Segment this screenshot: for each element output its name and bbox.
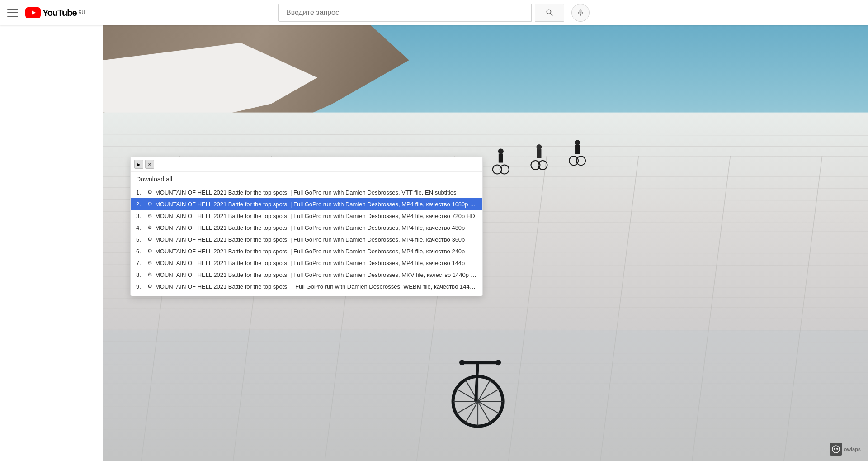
search-button[interactable] [535,4,564,22]
item-title: MOUNTAIN OF HELL 2021 Battle for the top… [155,224,477,231]
download-list-item[interactable]: 4. ⚙ MOUNTAIN OF HELL 2021 Battle for th… [131,222,482,233]
panel-title: Download all [131,172,482,186]
item-title: MOUNTAIN OF HELL 2021 Battle for the top… [155,213,477,219]
item-title: MOUNTAIN OF HELL 2021 Battle for the top… [155,260,477,266]
header-left: YouTube RU [7,7,116,18]
owlaps-logo-icon [831,445,840,454]
download-list-item[interactable]: 8. ⚙ MOUNTAIN OF HELL 2021 Battle for th… [131,269,482,280]
svg-point-2 [832,446,840,453]
download-list-item[interactable]: 3. ⚙ MOUNTAIN OF HELL 2021 Battle for th… [131,210,482,222]
download-list-item[interactable]: 6. ⚙ MOUNTAIN OF HELL 2021 Battle for th… [131,245,482,257]
search-input[interactable] [279,4,531,21]
sidebar [0,25,103,461]
header: YouTube RU [0,0,868,25]
item-gear-icon: ⚙ [146,189,153,196]
download-list-item[interactable]: 5. ⚙ MOUNTAIN OF HELL 2021 Battle for th… [131,233,482,245]
item-number: 5. [136,236,146,243]
panel-play-icon[interactable]: ▶ [134,160,143,169]
mic-icon [576,9,585,17]
download-panel: ▶ ✕ Download all 1. ⚙ MOUNTAIN OF HELL 2… [130,157,483,296]
item-title: MOUNTAIN OF HELL 2021 Battle for the top… [155,283,477,290]
hamburger-menu-icon[interactable] [7,7,18,18]
watermark: owlaps [830,443,861,456]
item-gear-icon: ⚙ [146,200,153,208]
item-number: 7. [136,260,146,266]
item-title: MOUNTAIN OF HELL 2021 Battle for the top… [155,248,477,255]
youtube-icon [25,7,41,18]
item-number: 4. [136,224,146,231]
panel-close-icon[interactable]: ✕ [145,160,154,169]
download-list-item[interactable]: 7. ⚙ MOUNTAIN OF HELL 2021 Battle for th… [131,257,482,269]
item-gear-icon: ⚙ [146,247,153,255]
item-number: 3. [136,213,146,219]
item-gear-icon: ⚙ [146,236,153,243]
item-number: 1. [136,189,146,196]
youtube-wordmark: YouTube [42,8,77,18]
item-title: MOUNTAIN OF HELL 2021 Battle for the top… [155,201,477,208]
download-list-item[interactable]: 9. ⚙ MOUNTAIN OF HELL 2021 Battle for th… [131,280,482,292]
youtube-region: RU [79,10,85,15]
download-list: 1. ⚙ MOUNTAIN OF HELL 2021 Battle for th… [131,186,482,292]
watermark-text: owlaps [844,447,861,452]
svg-point-4 [836,448,838,450]
mic-button[interactable] [571,4,590,22]
header-center [116,4,752,22]
item-number: 8. [136,271,146,278]
item-title: MOUNTAIN OF HELL 2021 Battle for the top… [155,236,477,243]
item-title: MOUNTAIN OF HELL 2021 Battle for the top… [155,271,477,278]
item-gear-icon: ⚙ [146,212,153,219]
item-number: 9. [136,283,146,290]
item-gear-icon: ⚙ [146,283,153,290]
item-title: MOUNTAIN OF HELL 2021 Battle for the top… [155,189,477,196]
item-gear-icon: ⚙ [146,259,153,266]
download-list-item[interactable]: 1. ⚙ MOUNTAIN OF HELL 2021 Battle for th… [131,186,482,198]
search-icon [545,8,554,17]
download-list-item[interactable]: 2. ⚙ MOUNTAIN OF HELL 2021 Battle for th… [131,198,482,210]
item-gear-icon: ⚙ [146,224,153,231]
search-bar [278,4,532,22]
panel-toolbar: ▶ ✕ [131,157,482,172]
owlaps-icon [830,443,842,456]
youtube-logo[interactable]: YouTube RU [25,7,85,18]
item-number: 6. [136,248,146,255]
item-number: 2. [136,201,146,208]
video-container: owlaps ▶ ✕ Download all 1. ⚙ MOUNTAIN OF… [103,25,868,461]
item-gear-icon: ⚙ [146,271,153,278]
svg-point-3 [834,448,835,450]
